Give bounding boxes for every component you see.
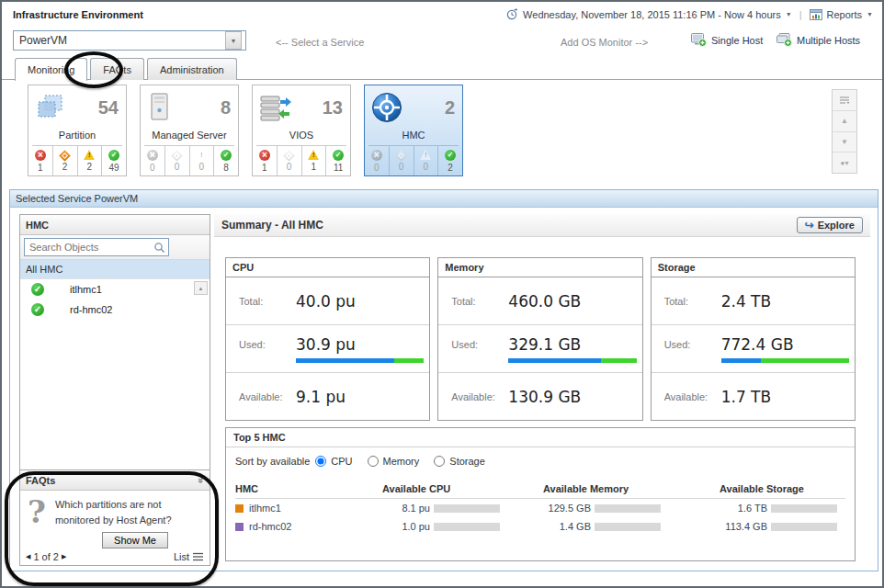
- available-storage-cell: 113.4 GB: [720, 517, 845, 536]
- critical-icon: [395, 150, 407, 162]
- resource-cards: CPU Total: 40.0 pu Used: 30.9 pu: [225, 257, 856, 421]
- search-icon[interactable]: [153, 242, 165, 254]
- memory-available-row: Available: 130.9 GB: [438, 372, 641, 420]
- sort-option-cpu[interactable]: CPU: [315, 456, 352, 467]
- status-fatal[interactable]: 1: [253, 146, 278, 175]
- storage-card: Storage Total: 2.4 TB Used: 772.4 GB: [651, 257, 856, 421]
- status-fatal[interactable]: 0: [141, 146, 165, 175]
- memory-radio[interactable]: [368, 456, 379, 467]
- single-host-button[interactable]: Single Host: [691, 33, 763, 47]
- service-selector[interactable]: PowerVM ▼: [13, 30, 246, 51]
- storage-available-row: Available: 1.7 TB: [652, 372, 855, 420]
- tab-bar: Monitoring FAQts Administration: [15, 58, 237, 81]
- partition-icon: [34, 93, 67, 122]
- tile-label: VIOS: [253, 127, 350, 145]
- memory-total-row: Total: 460.0 GB: [438, 277, 641, 324]
- search-input[interactable]: [28, 241, 153, 254]
- top5-title: Top 5 HMC: [226, 428, 855, 447]
- reports-icon: [810, 9, 822, 20]
- status-normal[interactable]: 2: [438, 146, 462, 175]
- chevron-down-icon[interactable]: ▼: [786, 11, 792, 17]
- faqts-question-area: ? Which partitions are not monitored by …: [20, 491, 210, 531]
- list-item-itlhmc1[interactable]: itlhmc1: [20, 279, 210, 300]
- storage-total-row: Total: 2.4 TB: [652, 277, 855, 324]
- show-me-button[interactable]: Show Me: [102, 532, 168, 548]
- tile-hmc[interactable]: 2 HMC 0 0 0 2: [364, 85, 463, 176]
- reports-menu[interactable]: Reports: [827, 9, 863, 20]
- time-range-label[interactable]: Wednesday, November 18, 2015 11:16 PM - …: [523, 9, 781, 20]
- column-header-available-storage: Available Storage: [720, 472, 845, 499]
- question-mark-icon: ?: [28, 496, 46, 531]
- faqts-list-link[interactable]: List: [174, 551, 204, 562]
- multiple-hosts-label: Multiple Hosts: [797, 35, 860, 46]
- sort-option-storage[interactable]: Storage: [434, 456, 485, 467]
- pager-next-icon[interactable]: ▶: [62, 553, 66, 560]
- status-fatal[interactable]: 1: [28, 146, 53, 175]
- add-os-monitor-hint: Add OS Monitor -->: [561, 37, 648, 48]
- tile-partition[interactable]: 54 Partition 1 2 2 49: [28, 85, 127, 176]
- storage-usage-bar: [721, 358, 849, 363]
- collapse-chevron-icon[interactable]: »: [196, 477, 207, 482]
- tile-status-row: 1 2 2 49: [28, 146, 126, 175]
- status-warning[interactable]: 0: [414, 146, 439, 175]
- infrastructure-environment-window: Infrastructure Environment Wednesday, No…: [0, 0, 884, 588]
- chevron-down-icon[interactable]: ▼: [225, 31, 242, 50]
- tile-vios[interactable]: 13 VIOS 1 0 1 11: [252, 85, 351, 176]
- available-cpu-cell: 8.1 pu: [382, 499, 543, 517]
- sidebar-item-all-hmc[interactable]: All HMC: [20, 260, 210, 279]
- top5-table: HMC Available CPU Available Memory Avail…: [226, 469, 855, 536]
- tile-count: 13: [323, 97, 343, 119]
- normal-icon: [445, 150, 456, 161]
- tile-count: 54: [98, 97, 119, 119]
- available-storage-cell: 1.6 TB: [720, 499, 845, 517]
- card-title: Memory: [438, 258, 641, 277]
- search-objects-field[interactable]: [24, 238, 169, 256]
- memory-used-row: Used: 329.1 GB: [438, 324, 641, 372]
- tab-monitoring[interactable]: Monitoring: [15, 58, 87, 81]
- status-normal[interactable]: 49: [102, 146, 126, 175]
- hmc-object-list: itlhmc1 rd-hmc02 ▲: [20, 279, 210, 469]
- tile-status-row: 0 0 0 2: [365, 146, 462, 175]
- tab-administration[interactable]: Administration: [147, 58, 237, 80]
- sort-option-memory[interactable]: Memory: [368, 456, 420, 467]
- faqts-pager: ◀ 1 of 2 ▶: [26, 551, 66, 562]
- multiple-hosts-button[interactable]: Multiple Hosts: [776, 33, 860, 47]
- status-normal[interactable]: 11: [326, 146, 350, 175]
- faqts-panel-header[interactable]: FAQts »: [20, 470, 210, 491]
- status-critical[interactable]: 0: [278, 146, 302, 175]
- storage-radio[interactable]: [434, 456, 445, 467]
- cpu-usage-bar: [296, 358, 424, 363]
- scroll-down-icon[interactable]: ▼: [833, 132, 856, 153]
- tile-managed-server[interactable]: 8 Managed Server 0 0 0 8: [140, 85, 239, 176]
- tab-faqts[interactable]: FAQts: [90, 58, 144, 80]
- list-icon: [192, 552, 204, 561]
- faqts-panel: FAQts » ? Which partitions are not monit…: [20, 469, 210, 565]
- critical-icon: [283, 150, 295, 162]
- cpu-used-fill: [296, 358, 394, 363]
- table-row-name[interactable]: itlhmc1: [235, 499, 382, 517]
- more-tiles-icon[interactable]: ●▾: [833, 153, 856, 173]
- column-header-available-memory: Available Memory: [543, 472, 720, 499]
- status-critical[interactable]: 2: [53, 146, 78, 175]
- chevron-down-icon[interactable]: ▼: [867, 11, 873, 17]
- status-fatal[interactable]: 0: [365, 146, 390, 175]
- explore-button[interactable]: ↪ Explore: [797, 217, 863, 233]
- faqts-footer: ◀ 1 of 2 ▶ List: [20, 550, 210, 565]
- cpu-bar: [434, 504, 500, 513]
- scroll-up-icon[interactable]: ▲: [194, 281, 208, 295]
- search-toolbar: [20, 235, 210, 260]
- status-warning[interactable]: 1: [302, 146, 327, 175]
- list-item-rd-hmc02[interactable]: rd-hmc02: [20, 300, 210, 320]
- status-warning[interactable]: 2: [78, 146, 103, 175]
- cpu-radio[interactable]: [315, 456, 326, 467]
- scroll-up-icon[interactable]: ▲: [833, 111, 856, 132]
- pager-prev-icon[interactable]: ◀: [26, 553, 30, 560]
- status-critical[interactable]: 0: [165, 146, 190, 175]
- status-critical[interactable]: 0: [390, 146, 414, 175]
- normal-icon: [221, 150, 232, 161]
- table-row-name[interactable]: rd-hmc02: [235, 517, 382, 536]
- status-warning[interactable]: 0: [190, 146, 215, 175]
- tile-view-options-icon[interactable]: [833, 90, 856, 111]
- tile-status-row: 0 0 0 8: [141, 146, 238, 175]
- status-normal[interactable]: 8: [214, 146, 238, 175]
